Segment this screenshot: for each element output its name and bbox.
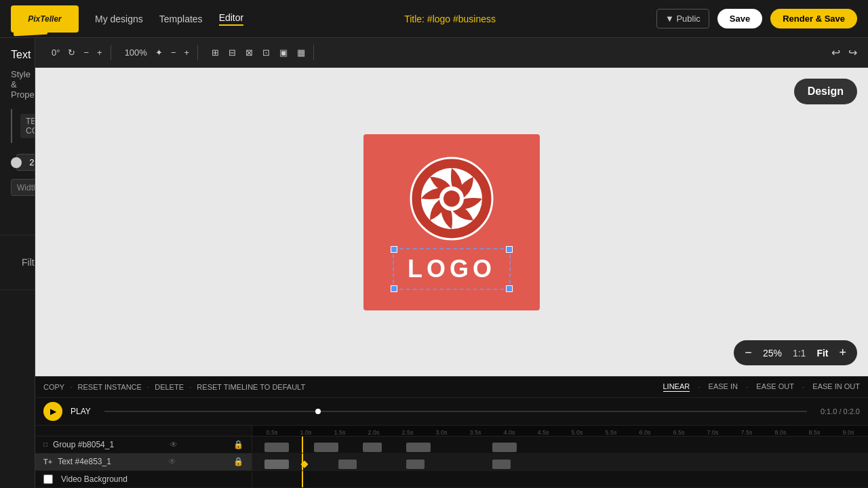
group-track-name: Group #b8054_1 [53, 440, 114, 449]
text-label: Text [11, 49, 24, 61]
time-ruler: 0.5s 1.0s 1.5s 2.0s 2.5s 3.0s 3.5s 4.0s … [35, 426, 868, 436]
table-row: Video Background [35, 471, 868, 488]
playhead[interactable] [302, 453, 303, 470]
keyframe-block [314, 443, 338, 452]
ruler-area: 0.5s 1.0s 1.5s 2.0s 2.5s 3.0s 3.5s 4.0s … [252, 426, 868, 436]
render-button[interactable]: Render & Save [770, 9, 857, 28]
rotation-value: 0° [49, 45, 62, 60]
timeline: COPY · RESET INSTANCE · DELETE · RESET T… [35, 376, 868, 488]
group-lock-icon[interactable]: 🔒 [233, 440, 243, 449]
zoom-plus[interactable]: + [181, 45, 192, 60]
zoom-in-button[interactable]: + [833, 343, 852, 363]
reset-timeline-action[interactable]: RESET TIMELINE TO DEFAULT [197, 383, 305, 391]
nav-editor[interactable]: Editor [219, 12, 244, 26]
logo-text: LOGO [408, 255, 496, 283]
top-nav: PixTeller My designs Templates Editor Ti… [0, 0, 868, 38]
video-track-label: Video Background [35, 471, 252, 487]
save-button[interactable]: Save [717, 9, 762, 28]
text-track-label: T+ Text #4e853_1 👁 🔒 [35, 453, 252, 470]
playhead[interactable] [302, 436, 303, 453]
zoom-group: 100% ✦ − + [117, 45, 198, 60]
style-props-label: Style & Properties [11, 69, 24, 100]
video-track-name: Video Background [61, 474, 127, 484]
text-track-icon: T+ [43, 458, 52, 466]
timeline-tracks: 0.5s 1.0s 1.5s 2.0s 2.5s 3.0s 3.5s 4.0s … [35, 426, 868, 488]
align-left[interactable]: ⊞ [209, 45, 222, 60]
filters-section: Filters [0, 235, 35, 290]
nav-my-designs[interactable]: My designs [95, 14, 143, 24]
table-row: T+ Text #4e853_1 👁 🔒 [35, 453, 868, 470]
bar-chart[interactable]: ▦ [294, 45, 308, 60]
svg-point-3 [443, 190, 460, 207]
ease-in-out[interactable]: EASE IN OUT [812, 382, 860, 392]
playhead-track[interactable] [104, 411, 807, 412]
copy-action[interactable]: COPY [43, 383, 64, 391]
text-eye-icon[interactable]: 👁 [168, 457, 176, 466]
zoom-value: 100% [122, 45, 150, 60]
handle-bottom-right[interactable] [506, 285, 513, 292]
design-button[interactable]: Design [794, 79, 857, 104]
group-eye-icon[interactable]: 👁 [170, 440, 178, 449]
nav-templates[interactable]: Templates [159, 14, 203, 24]
undo-button[interactable]: ↩ [829, 43, 843, 62]
zoom-icon[interactable]: ✦ [153, 45, 165, 60]
zoom-fit[interactable]: Fit [811, 348, 833, 359]
public-button[interactable]: ▼ Public [656, 9, 709, 28]
keyframe-block [338, 460, 357, 469]
font-size-slider-thumb[interactable] [11, 157, 22, 168]
text-track-name: Text #4e853_1 [58, 457, 111, 466]
width-field: Width: 800 [11, 179, 35, 196]
reset-instance-action[interactable]: RESET INSTANCE [78, 383, 142, 391]
rotate-button[interactable]: ↻ [65, 45, 78, 60]
table-row: □ Group #b8054_1 👁 🔒 [35, 436, 868, 453]
zoom-ratio: 1:1 [787, 348, 811, 359]
text-track-timeline[interactable] [252, 453, 868, 470]
rotate-plus[interactable]: + [94, 45, 105, 60]
playhead[interactable] [302, 471, 303, 487]
align-top[interactable]: ⊡ [260, 45, 273, 60]
handle-top-right[interactable] [506, 246, 513, 253]
ease-group: LINEAR · EASE IN · EASE OUT · EASE IN OU… [663, 382, 861, 392]
align-group: ⊞ ⊟ ⊠ ⊡ ▣ ▦ [203, 45, 314, 60]
toolbar: 0° ↻ − + 100% ✦ − + ⊞ ⊟ ⊠ ⊡ ▣ ▦ ↩ ↪ [35, 38, 868, 68]
delete-action[interactable]: DELETE [155, 383, 184, 391]
align-middle[interactable]: ▣ [277, 45, 290, 60]
logo: PixTeller [11, 5, 79, 33]
filters-label: Filters [11, 246, 33, 279]
ease-out[interactable]: EASE OUT [756, 382, 794, 392]
rotation-group: 0° ↻ − + [43, 45, 111, 60]
group-track-timeline[interactable] [252, 436, 868, 453]
editor-area: 0° ↻ − + 100% ✦ − + ⊞ ⊟ ⊠ ⊡ ▣ ▦ ↩ ↪ [35, 38, 868, 488]
align-right[interactable]: ⊠ [243, 45, 256, 60]
zoom-out-button[interactable]: − [739, 343, 757, 363]
ease-in[interactable]: EASE IN [709, 382, 738, 392]
y-row: Y: 744 [11, 201, 24, 218]
width-label: Width: [17, 183, 35, 192]
video-checkbox[interactable] [43, 474, 53, 484]
keyframe-block [492, 443, 517, 452]
main-layout: Text Style & Properties TEXT COLOR 250 −… [0, 38, 868, 488]
timeline-controls: ▶ PLAY 0:1.0 / 0:2.0 [35, 398, 868, 426]
text-color-swatch[interactable] [11, 109, 12, 143]
nav-right: ▼ Public Save Render & Save [656, 9, 857, 28]
logo-text-selection: LOGO [393, 248, 511, 290]
video-track-timeline[interactable] [252, 471, 868, 487]
group-track-label: □ Group #b8054_1 👁 🔒 [35, 436, 252, 453]
group-icon: □ [43, 441, 47, 448]
zoom-percentage: 25% [757, 348, 787, 359]
align-center-h[interactable]: ⊟ [226, 45, 239, 60]
time-display: 0:1.0 / 0:2.0 [821, 407, 860, 415]
zoom-minus[interactable]: − [168, 45, 179, 60]
handle-bottom-left[interactable] [391, 285, 397, 292]
redo-button[interactable]: ↪ [846, 43, 860, 62]
handle-top-left[interactable] [391, 246, 397, 253]
left-panel: Text Style & Properties TEXT COLOR 250 −… [0, 38, 35, 488]
text-lock-icon[interactable]: 🔒 [233, 457, 243, 466]
play-label: PLAY [71, 407, 91, 416]
zoom-controls: − 25% 1:1 Fit + [734, 340, 857, 365]
width-row: Width: 800 X: 140 [11, 179, 24, 196]
rotate-minus[interactable]: − [81, 45, 92, 60]
logo-mark: PixTeller [11, 5, 79, 33]
play-button[interactable]: ▶ [43, 402, 62, 421]
ease-linear[interactable]: LINEAR [663, 382, 690, 392]
